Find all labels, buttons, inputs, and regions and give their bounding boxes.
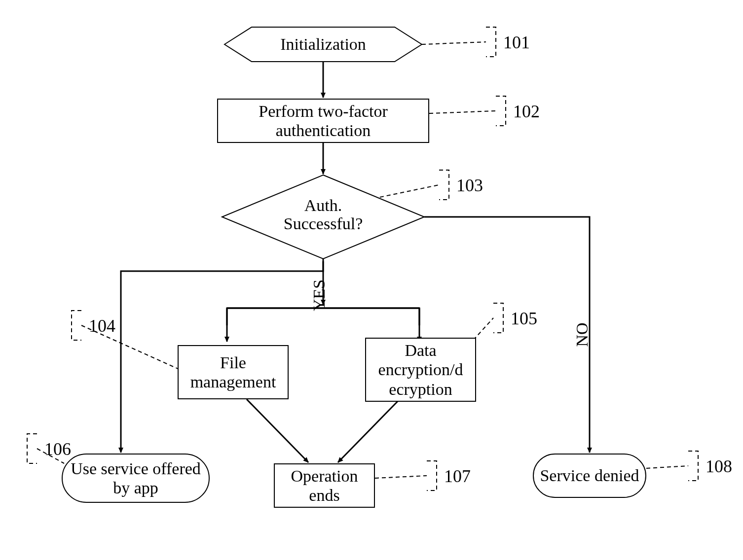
svg-line-15 xyxy=(646,466,688,468)
ref-101: 101 xyxy=(503,32,530,53)
no-text: NO xyxy=(573,322,591,347)
svg-line-7 xyxy=(338,399,400,462)
svg-line-10 xyxy=(380,185,439,197)
svg-line-6 xyxy=(247,399,308,462)
ref-106: 106 xyxy=(44,439,71,459)
file-mgmt-node: File management xyxy=(178,345,289,399)
data-enc-label: Data encryption/d ecryption xyxy=(366,341,475,398)
use-service-node: Use service offered by app xyxy=(62,454,210,503)
svg-line-14 xyxy=(375,476,427,478)
yes-text: YES xyxy=(310,280,328,311)
use-service-label: Use service offered by app xyxy=(63,459,209,497)
no-edge-label: NO xyxy=(573,322,592,347)
op-ends-label: Operation ends xyxy=(275,466,374,505)
init-node: Initialization xyxy=(252,27,395,62)
svg-line-9 xyxy=(429,111,496,113)
ref-107: 107 xyxy=(444,466,471,487)
ref-105: 105 xyxy=(511,308,537,329)
service-denied-label: Service denied xyxy=(540,466,639,485)
data-enc-node: Data encryption/d ecryption xyxy=(365,338,476,402)
ref-108: 108 xyxy=(706,456,732,477)
ref-103: 103 xyxy=(456,175,483,196)
ref-102: 102 xyxy=(513,101,540,122)
init-label: Initialization xyxy=(280,35,366,54)
ref-104: 104 xyxy=(89,315,115,336)
flowchart-stage: Initialization Perform two-factor authen… xyxy=(0,0,743,560)
yes-edge-label: YES xyxy=(310,280,329,311)
auth-label: Perform two-factor authentication xyxy=(218,102,428,140)
service-denied-node: Service denied xyxy=(533,454,646,498)
decision-node-text: Auth. Successful? xyxy=(274,196,372,233)
op-ends-node: Operation ends xyxy=(274,463,375,508)
decision-label: Auth. Successful? xyxy=(284,196,363,233)
auth-node: Perform two-factor authentication xyxy=(217,99,429,143)
file-mgmt-label: File management xyxy=(179,353,288,391)
svg-line-8 xyxy=(422,42,486,44)
